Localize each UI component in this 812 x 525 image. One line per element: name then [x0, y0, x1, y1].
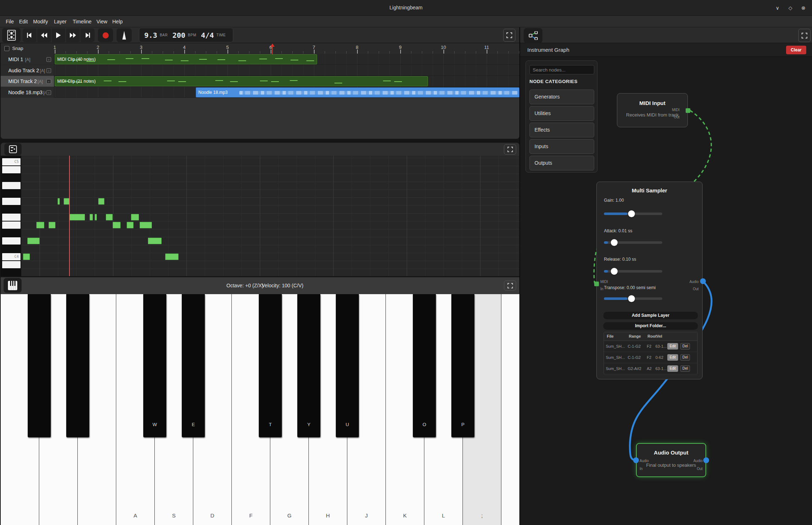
timeline-fullscreen-button[interactable]: [503, 29, 515, 42]
mini-key-B3[interactable]: [2, 261, 21, 268]
black-key[interactable]: W: [143, 294, 166, 437]
mini-key-D4[interactable]: [2, 237, 21, 245]
slider-thumb[interactable]: [611, 239, 618, 246]
slider-thumb[interactable]: [628, 210, 635, 217]
menu-view[interactable]: View: [94, 18, 109, 25]
black-key[interactable]: P: [451, 294, 474, 437]
multi-sampler-midi-in-port[interactable]: [594, 282, 599, 286]
close-icon[interactable]: ⊗: [799, 4, 808, 12]
skip-start-button[interactable]: [23, 28, 37, 42]
midi-clip[interactable]: MIDI Clip (21 notes): [55, 76, 428, 86]
midi-note[interactable]: [23, 254, 30, 260]
multi-sampler-node[interactable]: Multi SamplerGain: 1.00Attack: 0.01 ssRe…: [596, 182, 703, 379]
track-header-4[interactable]: Noodle 18.mp3[A]-: [1, 87, 54, 98]
minimize-icon[interactable]: ∨: [773, 4, 782, 12]
black-key[interactable]: U: [336, 294, 359, 437]
timeline-view-button[interactable]: [2, 28, 21, 42]
search-nodes-input[interactable]: [529, 65, 594, 74]
menu-file[interactable]: File: [4, 18, 16, 25]
param-slider[interactable]: [604, 213, 662, 215]
midi-note[interactable]: [58, 198, 60, 205]
audio-clip[interactable]: Noodle 18.mp3: [196, 87, 519, 97]
track-collapse-box[interactable]: -: [46, 79, 51, 84]
edit-sample-button[interactable]: Edit: [667, 343, 678, 350]
midi-note[interactable]: [140, 222, 152, 228]
mini-key-F4[interactable]: [2, 214, 21, 221]
clear-graph-button[interactable]: Clear: [786, 46, 806, 54]
timeline-empty-area[interactable]: [1, 98, 519, 139]
midi-note[interactable]: [27, 238, 40, 244]
midi-note[interactable]: [148, 238, 162, 244]
graph-fullscreen-button[interactable]: [798, 29, 811, 42]
midi-clip[interactable]: MIDI Clip (40 notes): [55, 54, 317, 64]
menu-timeline[interactable]: Timeline: [71, 18, 94, 25]
midi-note[interactable]: [165, 254, 179, 260]
black-key[interactable]: [66, 294, 89, 437]
graph-view-button[interactable]: [524, 28, 542, 43]
track-collapse-box[interactable]: -: [46, 68, 51, 73]
black-key[interactable]: T: [259, 294, 282, 437]
midi-note[interactable]: [131, 214, 139, 220]
rewind-button[interactable]: [37, 28, 51, 42]
midi-note[interactable]: [36, 222, 44, 228]
midi-note[interactable]: [98, 198, 104, 205]
category-outputs[interactable]: Outputs: [529, 156, 594, 170]
black-key[interactable]: E: [182, 294, 205, 437]
piano-roll-grid[interactable]: [21, 156, 519, 276]
track-header-1[interactable]: MIDI 1 [A]-: [1, 54, 54, 65]
menu-modify[interactable]: Modify: [31, 18, 50, 25]
audio-output-node[interactable]: Audio OutputFinal output to speakersAudi…: [636, 443, 706, 477]
audio-output-in-port[interactable]: [633, 457, 639, 463]
midi-note[interactable]: [113, 222, 121, 228]
midi-note[interactable]: [49, 222, 55, 228]
import-folder-button[interactable]: Import Folder...: [603, 322, 698, 330]
category-utilities[interactable]: Utilities: [529, 106, 594, 121]
time-signature-value[interactable]: 4/4: [201, 31, 214, 40]
menu-edit[interactable]: Edit: [17, 18, 30, 25]
category-effects[interactable]: Effects: [529, 123, 594, 137]
track-collapse-box[interactable]: -: [46, 57, 51, 62]
midi-note[interactable]: [127, 222, 134, 228]
audio-output-out-port[interactable]: [703, 457, 709, 463]
mini-key-B4[interactable]: [2, 166, 21, 173]
midi-note[interactable]: [106, 214, 113, 220]
multi-sampler-audio-out-port[interactable]: [700, 278, 706, 284]
edit-sample-button[interactable]: Edit: [667, 354, 678, 361]
metronome-button[interactable]: [117, 28, 132, 42]
maximize-icon[interactable]: ◇: [786, 4, 795, 12]
menu-help[interactable]: Help: [110, 18, 125, 25]
black-key[interactable]: O: [413, 294, 436, 437]
track-header-2[interactable]: Audio Track 2[A]-: [1, 65, 54, 76]
delete-sample-button[interactable]: Del: [680, 365, 690, 372]
keyboard-fullscreen-button[interactable]: [504, 280, 516, 291]
track-collapse-box[interactable]: -: [46, 90, 51, 95]
param-slider[interactable]: [604, 297, 662, 300]
edit-sample-button[interactable]: Edit: [667, 365, 678, 372]
slider-thumb[interactable]: [628, 295, 635, 302]
mini-key-G4[interactable]: [2, 198, 21, 205]
record-button[interactable]: [98, 28, 113, 42]
midi-note[interactable]: [90, 214, 93, 220]
piano-roll-view-button[interactable]: [4, 143, 22, 155]
param-slider[interactable]: [604, 270, 662, 273]
bpm-value[interactable]: 200: [172, 31, 185, 40]
delete-sample-button[interactable]: Del: [680, 354, 690, 361]
keyboard-view-button[interactable]: [4, 278, 22, 293]
slider-thumb[interactable]: [611, 268, 618, 275]
piano-roll-fullscreen-button[interactable]: [504, 144, 516, 155]
black-key[interactable]: Y: [297, 294, 320, 437]
fast-forward-button[interactable]: [66, 28, 80, 42]
midi-note[interactable]: [69, 214, 85, 220]
mini-key-A4[interactable]: [2, 182, 21, 189]
mini-key-C4[interactable]: C4: [2, 253, 21, 260]
track-header-3[interactable]: MIDI Track 2[A]-: [1, 76, 54, 87]
mini-key-E4[interactable]: [2, 222, 21, 229]
delete-sample-button[interactable]: Del: [680, 343, 690, 350]
black-key[interactable]: [28, 294, 51, 437]
category-inputs[interactable]: Inputs: [529, 139, 594, 154]
skip-end-button[interactable]: [80, 28, 95, 42]
menu-layer[interactable]: Layer: [52, 18, 69, 25]
midi-input-out-port[interactable]: [686, 108, 690, 113]
midi-input-node[interactable]: MIDI InputReceives MIDI from trackMIDIOu…: [617, 93, 688, 127]
mini-key-C5[interactable]: C5: [2, 158, 21, 165]
